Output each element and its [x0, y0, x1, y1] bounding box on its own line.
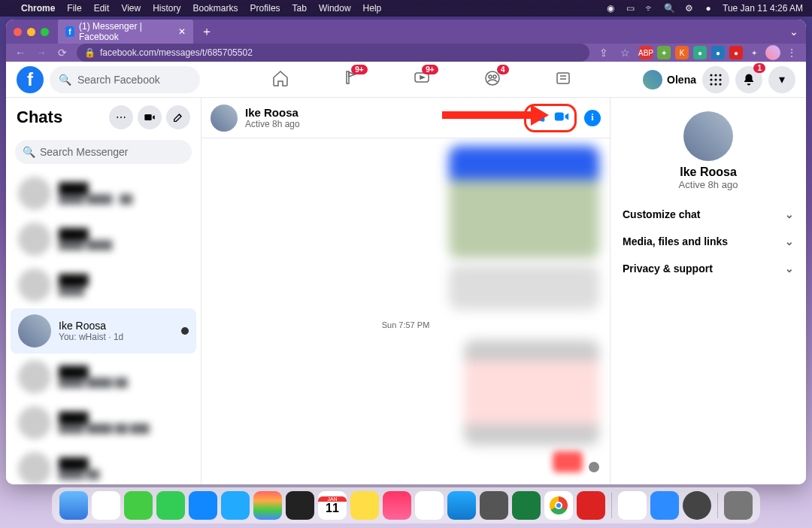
facebook-search[interactable]: 🔍 Search Facebook [50, 66, 200, 93]
menubar-clock[interactable]: Tue Jan 11 4:26 AM [723, 3, 803, 14]
menu-profiles[interactable]: Profiles [250, 3, 280, 14]
chats-title: Chats [17, 108, 105, 127]
star-icon[interactable]: ☆ [618, 47, 632, 59]
notifications-icon[interactable]: 1 [735, 66, 762, 93]
svg-point-16 [719, 83, 721, 85]
menu-view[interactable]: View [121, 3, 141, 14]
menu-window[interactable]: Window [319, 3, 351, 14]
dock-messages[interactable] [124, 491, 153, 520]
dock-music[interactable] [383, 491, 411, 520]
info-privacy-support[interactable]: Privacy & support⌄ [620, 255, 797, 282]
conversation-title[interactable]: Ike Roosa Active 8h ago [245, 106, 300, 129]
chat-item-active[interactable]: Ike Roosa You: wHaist · 1d [11, 308, 196, 354]
ext-abp[interactable]: ABP [639, 46, 653, 59]
dock-photos[interactable] [253, 491, 282, 520]
dock-settings[interactable] [480, 491, 508, 520]
message-image[interactable] [449, 265, 599, 310]
menu-tab[interactable]: Tab [292, 3, 307, 14]
profile-avatar[interactable] [765, 45, 780, 60]
chat-item[interactable]: ████████ ████ · ██ [11, 171, 196, 216]
dock-recent[interactable] [618, 491, 647, 520]
video-call-button[interactable] [553, 108, 570, 128]
chat-preview: You: wHaist · 1d [59, 332, 174, 342]
forward-button[interactable]: → [35, 47, 48, 59]
chat-item[interactable]: ████████ ████ ██ [11, 354, 196, 399]
menubar-app[interactable]: Chrome [21, 3, 55, 14]
dock-appletv[interactable] [286, 491, 314, 520]
dock-finder[interactable] [59, 491, 88, 520]
dock-chrome[interactable] [544, 491, 573, 520]
nav-pages[interactable]: 9+ [342, 69, 360, 90]
chat-item[interactable]: ████████ ████ [11, 217, 196, 262]
dock-trash[interactable] [724, 491, 753, 520]
new-tab-button[interactable]: ＋ [201, 24, 213, 40]
close-tab-icon[interactable]: ✕ [178, 26, 186, 37]
dock-safari[interactable] [221, 491, 250, 520]
dock-slack[interactable] [415, 491, 444, 520]
nav-home[interactable] [271, 69, 289, 90]
info-media-files[interactable]: Media, files and links⌄ [620, 228, 797, 255]
account-menu-icon[interactable]: ▾ [768, 66, 795, 93]
menu-bookmarks[interactable]: Bookmarks [193, 3, 238, 14]
battery-icon[interactable]: ▭ [625, 3, 635, 14]
nav-groups[interactable]: 4 [483, 69, 501, 90]
share-icon[interactable]: ⇪ [597, 47, 611, 59]
chat-item[interactable]: ████████ ████ ██ ███ [11, 400, 196, 445]
chat-list[interactable]: ████████ ████ · ██ ████████ ████ ███████… [6, 170, 201, 484]
user-profile-chip[interactable]: Olena [643, 70, 696, 90]
ext-5[interactable]: ● [711, 46, 725, 59]
dock-calendar[interactable]: JAN11 [318, 491, 347, 520]
back-button[interactable]: ← [14, 47, 27, 59]
menu-edit[interactable]: Edit [94, 3, 110, 14]
message-image[interactable] [553, 451, 583, 472]
info-customize-chat[interactable]: Customize chat⌄ [620, 201, 797, 228]
chat-item[interactable]: ████████ ██ [11, 446, 196, 484]
dock-notes[interactable] [350, 491, 379, 520]
dock-excel[interactable] [512, 491, 541, 520]
ext-6[interactable]: ● [729, 46, 743, 59]
puzzle-icon[interactable]: ✦ [747, 46, 761, 59]
siri-icon[interactable]: ● [703, 3, 714, 14]
browser-tab[interactable]: f (1) Messenger | Facebook ✕ [58, 20, 193, 46]
tab-overflow-icon[interactable]: ⌄ [789, 26, 798, 38]
minimize-window-button[interactable] [27, 28, 35, 36]
menu-help[interactable]: Help [363, 3, 382, 14]
chrome-menu-icon[interactable]: ⋮ [785, 47, 798, 59]
ext-3[interactable]: K [675, 46, 689, 59]
new-room-icon[interactable] [138, 105, 162, 129]
maximize-window-button[interactable] [41, 28, 49, 36]
apps-grid-icon[interactable] [702, 66, 729, 93]
dock-mail[interactable] [189, 491, 217, 520]
compose-icon[interactable] [166, 105, 190, 129]
conversation-info-button[interactable]: i [584, 110, 601, 126]
nav-news[interactable] [554, 69, 572, 90]
chats-more-icon[interactable]: ⋯ [109, 105, 133, 129]
dock-quicktime[interactable] [683, 491, 711, 520]
control-center-icon[interactable]: ⚙ [683, 3, 694, 14]
nav-watch[interactable]: 9+ [413, 69, 431, 90]
messages-scroll[interactable]: Sun 7:57 PM [201, 138, 610, 484]
dock-todoist[interactable] [577, 491, 605, 520]
messenger-search[interactable]: 🔍 Search Messenger [15, 140, 192, 164]
dock-facetime[interactable] [156, 491, 185, 520]
reload-button[interactable]: ⟳ [56, 47, 69, 59]
message-image[interactable] [449, 146, 599, 259]
dock-zoom[interactable] [650, 491, 679, 520]
info-avatar[interactable] [683, 111, 733, 161]
ext-4[interactable]: ● [693, 46, 707, 59]
chat-item[interactable]: ████████ [11, 262, 196, 308]
spotlight-icon[interactable]: 🔍 [664, 3, 674, 14]
record-icon[interactable]: ◉ [605, 3, 616, 14]
menu-history[interactable]: History [153, 3, 180, 14]
facebook-logo[interactable]: f [17, 66, 44, 93]
dock-launchpad[interactable] [92, 491, 120, 520]
menu-file[interactable]: File [67, 3, 81, 14]
dock-separator [717, 493, 718, 518]
close-window-button[interactable] [14, 28, 22, 36]
ext-2[interactable]: ✦ [657, 46, 671, 59]
wifi-icon[interactable]: ᯤ [644, 3, 655, 14]
conversation-avatar[interactable] [211, 105, 238, 132]
message-image[interactable] [464, 340, 599, 445]
address-bar[interactable]: 🔒 facebook.com/messages/t/685705502 [77, 44, 589, 62]
dock-appstore[interactable] [447, 491, 476, 520]
